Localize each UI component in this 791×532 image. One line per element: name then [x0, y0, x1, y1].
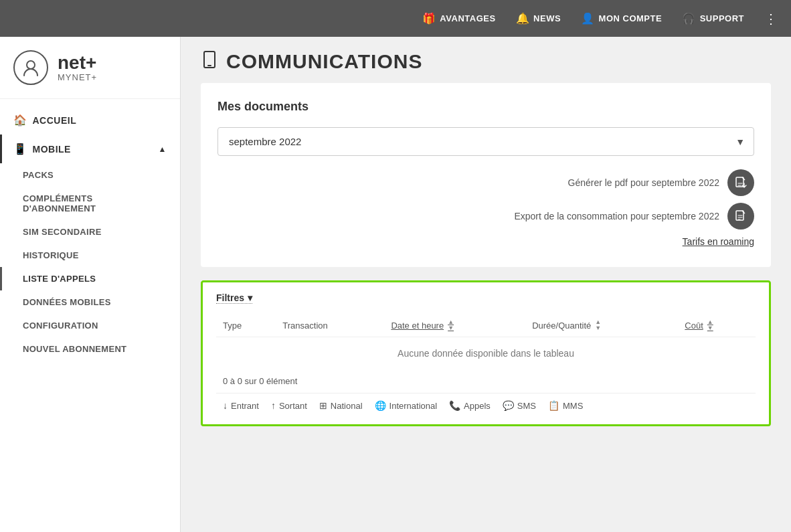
filters-label: Filtres	[216, 292, 244, 303]
sidebar-item-donnees[interactable]: DONNÉES MOBILES	[0, 290, 180, 314]
sidebar-item-packs[interactable]: PACKS	[0, 163, 180, 187]
legend-mms: 📋 MMS	[548, 400, 583, 411]
export-action-row: Export de la consommation pour septembre…	[217, 203, 754, 230]
appels-label: Appels	[464, 401, 491, 411]
sidebar-nav: 🏠 ACCUEIL 📱 MOBILE ▲ PACKS COMPLÉMENTS D…	[0, 99, 180, 532]
sidebar-item-liste-appels[interactable]: LISTE D'APPELS	[0, 267, 180, 290]
content-body: Mes documents septembre 2022 août 2022 j…	[181, 83, 791, 440]
sidebar-liste-appels-label: LISTE D'APPELS	[23, 274, 96, 284]
globe-icon: 🌐	[375, 400, 386, 411]
filter-table-card: Filtres ▾ Type Transaction	[201, 280, 771, 426]
nav-news[interactable]: 🔔 NEWS	[516, 12, 561, 25]
sidebar-complements-label: COMPLÉMENTS D'ABONNEMENT	[23, 193, 167, 213]
sidebar-configuration-label: CONFIGURATION	[23, 321, 98, 331]
nav-news-label: NEWS	[533, 13, 561, 23]
mobile-icon: 📱	[13, 143, 27, 155]
bell-icon: 🔔	[516, 12, 530, 25]
top-navigation: 🎁 AVANTAGES 🔔 NEWS 👤 MON COMPTE 🎧 SUPPOR…	[0, 0, 791, 37]
documents-card: Mes documents septembre 2022 août 2022 j…	[201, 83, 771, 267]
filters-row: Filtres ▾	[216, 292, 756, 304]
empty-message: Aucune donnée disponible dans le tableau	[216, 337, 756, 370]
month-select[interactable]: septembre 2022 août 2022 juillet 2022	[217, 127, 754, 156]
sidebar: net+ MYNET+ 🏠 ACCUEIL 📱 MOBILE ▲ PACKS C…	[0, 37, 181, 532]
col-transaction: Transaction	[276, 314, 384, 337]
sidebar-packs-label: PACKS	[23, 170, 54, 180]
mms-label: MMS	[563, 401, 583, 411]
sidebar-accueil-label: ACCUEIL	[33, 115, 77, 126]
sidebar-item-nouvel[interactable]: NOUVEL ABONNEMENT	[0, 337, 180, 361]
table-row-empty: Aucune donnée disponible dans le tableau	[216, 337, 756, 370]
legend-national: ⊞ National	[319, 400, 363, 411]
legend-row: ↓ Entrant ↑ Sortant ⊞ National 🌐 Interna…	[216, 393, 756, 414]
nav-moncompte-label: MON COMPTE	[599, 13, 663, 23]
month-select-wrapper: septembre 2022 août 2022 juillet 2022 ▼	[217, 127, 754, 156]
international-label: International	[389, 401, 438, 411]
sort-duree-icon: ▲▼	[595, 319, 601, 331]
sidebar-item-mobile[interactable]: 📱 MOBILE ▲	[0, 135, 180, 163]
nav-support[interactable]: 🎧 SUPPORT	[682, 12, 744, 25]
sortant-label: Sortant	[279, 401, 307, 411]
sidebar-item-sim[interactable]: SIM SECONDAIRE	[0, 220, 180, 244]
legend-sortant: ↑ Sortant	[271, 400, 307, 411]
col-duree[interactable]: Durée/Quantité ▲▼	[525, 314, 678, 337]
main-layout: net+ MYNET+ 🏠 ACCUEIL 📱 MOBILE ▲ PACKS C…	[0, 37, 791, 532]
home-icon: 🏠	[13, 114, 27, 126]
smartphone-icon	[201, 51, 218, 73]
user-icon: 👤	[581, 12, 595, 25]
tarifs-link[interactable]: Tarifs en roaming	[217, 236, 754, 247]
brand-sub: MYNET+	[58, 72, 97, 82]
logo-area: net+ MYNET+	[0, 37, 180, 99]
page-title: COMMUNICATIONS	[226, 50, 422, 73]
filters-chevron-icon: ▾	[248, 292, 252, 303]
chevron-up-icon: ▲	[159, 145, 167, 154]
headset-icon: 🎧	[682, 12, 696, 25]
national-label: National	[331, 401, 363, 411]
more-menu-icon[interactable]: ⋮	[764, 11, 778, 27]
col-type: Type	[216, 314, 276, 337]
brand-name: net+	[58, 54, 97, 72]
nav-moncompte[interactable]: 👤 MON COMPTE	[581, 12, 662, 25]
sidebar-item-historique[interactable]: HISTORIQUE	[0, 244, 180, 267]
legend-international: 🌐 International	[375, 400, 438, 411]
mms-icon: 📋	[548, 400, 559, 411]
sidebar-item-complements[interactable]: COMPLÉMENTS D'ABONNEMENT	[0, 187, 180, 220]
sort-cout-icon: ▲▼	[707, 319, 713, 331]
sidebar-sim-label: SIM SECONDAIRE	[23, 227, 102, 237]
sort-date-icon: ▲▼	[448, 319, 454, 331]
national-icon: ⊞	[319, 400, 327, 411]
pagination-info: 0 à 0 sur 0 élément	[223, 376, 749, 386]
sidebar-item-accueil[interactable]: 🏠 ACCUEIL	[0, 106, 180, 135]
nav-support-label: SUPPORT	[700, 13, 744, 23]
logo-avatar	[13, 50, 48, 85]
legend-entrant: ↓ Entrant	[223, 400, 259, 411]
logo-text: net+ MYNET+	[58, 54, 97, 82]
legend-sms: 💬 SMS	[503, 400, 536, 411]
main-content: COMMUNICATIONS Mes documents septembre 2…	[181, 37, 791, 532]
legend-appels: 📞 Appels	[449, 400, 491, 411]
export-download-button[interactable]	[727, 203, 754, 230]
sms-icon: 💬	[503, 400, 514, 411]
sortant-icon: ↑	[271, 400, 276, 411]
svg-point-0	[27, 61, 35, 69]
export-action-label: Export de la consommation pour septembre…	[514, 211, 719, 221]
col-cout[interactable]: Coût ▲▼	[678, 314, 756, 337]
phone-icon: 📞	[449, 400, 460, 411]
gift-icon: 🎁	[422, 12, 436, 25]
entrant-icon: ↓	[223, 400, 228, 411]
page-header: COMMUNICATIONS	[181, 37, 791, 83]
sms-label: SMS	[517, 401, 536, 411]
pdf-download-button[interactable]	[727, 169, 754, 196]
sidebar-nouvel-label: NOUVEL ABONNEMENT	[23, 344, 126, 354]
nav-avantages-label: AVANTAGES	[440, 13, 495, 23]
data-table: Type Transaction Date et heure ▲▼	[216, 314, 756, 369]
sidebar-donnees-label: DONNÉES MOBILES	[23, 297, 111, 307]
col-date[interactable]: Date et heure ▲▼	[384, 314, 525, 337]
filters-button[interactable]: Filtres ▾	[216, 292, 252, 304]
pdf-action-row: Générer le pdf pour septembre 2022	[217, 169, 754, 196]
pdf-action-label: Générer le pdf pour septembre 2022	[568, 177, 719, 188]
sidebar-mobile-label: MOBILE	[33, 144, 71, 155]
nav-avantages[interactable]: 🎁 AVANTAGES	[422, 12, 496, 25]
documents-card-title: Mes documents	[217, 100, 754, 114]
sidebar-item-configuration[interactable]: CONFIGURATION	[0, 314, 180, 337]
sidebar-historique-label: HISTORIQUE	[23, 250, 79, 260]
